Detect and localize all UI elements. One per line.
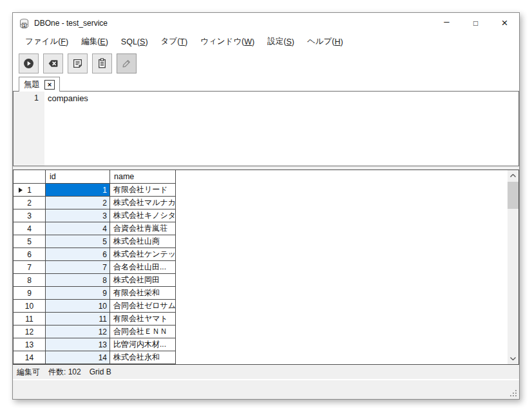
- table-row[interactable]: 4 4 合資会社青嵐荘: [14, 222, 176, 235]
- menu-bar: ファイル(F) 編集(E) SQL(S) タブ(T) ウィンドウ(W) 設定(S…: [13, 34, 519, 50]
- name-cell[interactable]: 有限会社栄和: [110, 287, 176, 299]
- close-button[interactable]: ×: [490, 13, 519, 33]
- row-number-cell[interactable]: 12: [14, 325, 46, 338]
- pencil-icon: [121, 58, 132, 69]
- menu-help[interactable]: ヘルプ(H): [301, 34, 350, 50]
- menu-tab[interactable]: タブ(T): [155, 34, 195, 50]
- scroll-down-button[interactable]: [508, 353, 518, 364]
- vertical-scrollbar[interactable]: [508, 170, 518, 364]
- bottom-strip: [13, 379, 519, 399]
- scrollbar-thumb[interactable]: [508, 182, 518, 209]
- row-number-cell[interactable]: 4: [14, 222, 46, 235]
- scroll-up-button[interactable]: [508, 170, 518, 181]
- id-cell[interactable]: 13: [46, 338, 110, 351]
- grid-mode-label: Grid B: [90, 367, 111, 376]
- row-header-corner[interactable]: [14, 170, 46, 183]
- row-number-cell[interactable]: 2: [14, 197, 46, 209]
- name-cell[interactable]: 合資会社青嵐荘: [110, 222, 176, 235]
- menu-file[interactable]: ファイル(F): [19, 34, 75, 50]
- name-cell[interactable]: 株式会社マルナカ: [110, 197, 176, 209]
- table-row[interactable]: 12 12 合同会社ＥＮＮ: [14, 325, 176, 338]
- line-number-gutter: 1: [14, 92, 44, 166]
- backspace-x-icon: [48, 58, 59, 69]
- row-number-cell[interactable]: 1: [14, 184, 46, 196]
- resize-grip-icon[interactable]: [509, 389, 517, 397]
- menu-settings[interactable]: 設定(S): [261, 34, 301, 50]
- id-cell[interactable]: 12: [46, 325, 110, 338]
- row-number-cell[interactable]: 9: [14, 287, 46, 299]
- chevron-up-icon: [510, 174, 516, 177]
- database-app-icon: 1: [19, 18, 30, 29]
- row-number-cell[interactable]: 8: [14, 274, 46, 286]
- menu-window[interactable]: ウィンドウ(W): [194, 34, 261, 50]
- row-number-cell[interactable]: 5: [14, 235, 46, 248]
- menu-sql[interactable]: SQL(S): [115, 34, 155, 50]
- table-row[interactable]: 6 6 株式会社ケンテック: [14, 248, 176, 261]
- table-row[interactable]: 14 14 株式会社永和: [14, 351, 176, 364]
- name-cell[interactable]: 有限会社リード: [110, 184, 176, 196]
- name-cell[interactable]: 比曽河内木材...: [110, 338, 176, 351]
- execute-button[interactable]: [19, 53, 39, 73]
- id-cell[interactable]: 1: [46, 184, 110, 196]
- id-cell[interactable]: 14: [46, 351, 110, 364]
- grid-table: id name 1 1 有限会社リード 2 2 株式会社マルナカ 3 3 株式会…: [14, 170, 176, 364]
- row-number-cell[interactable]: 7: [14, 261, 46, 273]
- name-cell[interactable]: 有限会社ヤマト: [110, 313, 176, 325]
- id-cell[interactable]: 7: [46, 261, 110, 273]
- row-number-cell[interactable]: 3: [14, 209, 46, 222]
- row-number-cell[interactable]: 11: [14, 313, 46, 325]
- table-row[interactable]: 9 9 有限会社栄和: [14, 287, 176, 300]
- id-cell[interactable]: 2: [46, 197, 110, 209]
- new-sql-button[interactable]: [68, 53, 88, 73]
- table-row[interactable]: 5 5 株式会社山商: [14, 235, 176, 248]
- name-cell[interactable]: 合名会社山田...: [110, 261, 176, 273]
- name-cell[interactable]: 株式会社永和: [110, 351, 176, 364]
- table-row[interactable]: 13 13 比曽河内木材...: [14, 338, 176, 351]
- status-bar: 編集可 件数: 102 Grid B: [13, 365, 519, 379]
- tab-untitled[interactable]: 無題 ×: [19, 77, 60, 92]
- edit-state-label: 編集可: [17, 367, 40, 378]
- row-number-cell[interactable]: 14: [14, 351, 46, 364]
- line-number: 1: [34, 93, 39, 102]
- chevron-down-icon: [510, 357, 516, 360]
- id-cell[interactable]: 3: [46, 209, 110, 222]
- minimize-button[interactable]: –: [432, 13, 461, 33]
- id-cell[interactable]: 11: [46, 313, 110, 325]
- column-header-id[interactable]: id: [46, 170, 110, 183]
- menu-edit[interactable]: 編集(E): [75, 34, 115, 50]
- document-lines-icon: [72, 58, 83, 69]
- maximize-button[interactable]: □: [461, 13, 490, 33]
- name-cell[interactable]: 株式会社岡田: [110, 274, 176, 286]
- name-cell[interactable]: 株式会社山商: [110, 235, 176, 248]
- row-number-cell[interactable]: 6: [14, 248, 46, 260]
- table-row[interactable]: 10 10 合同会社ゼロサム: [14, 300, 176, 313]
- id-cell[interactable]: 6: [46, 248, 110, 260]
- id-cell[interactable]: 8: [46, 274, 110, 286]
- table-row[interactable]: 1 1 有限会社リード: [14, 184, 176, 197]
- table-row[interactable]: 8 8 株式会社岡田: [14, 274, 176, 287]
- name-cell[interactable]: 株式会社ケンテック: [110, 248, 176, 260]
- sql-text[interactable]: companies: [44, 92, 518, 166]
- id-cell[interactable]: 5: [46, 235, 110, 248]
- edit-toggle-button[interactable]: [117, 53, 137, 73]
- column-header-name[interactable]: name: [110, 170, 176, 183]
- sql-editor[interactable]: 1 companies: [13, 91, 519, 166]
- id-cell[interactable]: 10: [46, 300, 110, 312]
- name-cell[interactable]: 合同会社ＥＮＮ: [110, 325, 176, 338]
- table-row[interactable]: 3 3 株式会社キノシタ: [14, 209, 176, 222]
- row-number-cell[interactable]: 10: [14, 300, 46, 312]
- tab-close-icon[interactable]: ×: [44, 80, 55, 90]
- table-row[interactable]: 11 11 有限会社ヤマト: [14, 313, 176, 325]
- table-row[interactable]: 7 7 合名会社山田...: [14, 261, 176, 274]
- name-cell[interactable]: 株式会社キノシタ: [110, 209, 176, 222]
- table-row[interactable]: 2 2 株式会社マルナカ: [14, 197, 176, 209]
- script-button[interactable]: [92, 53, 112, 73]
- row-number-cell[interactable]: 13: [14, 338, 46, 351]
- id-cell[interactable]: 4: [46, 222, 110, 235]
- name-cell[interactable]: 合同会社ゼロサム: [110, 300, 176, 312]
- id-cell[interactable]: 9: [46, 287, 110, 299]
- title-bar[interactable]: 1 DBOne - test_service – □ ×: [13, 13, 519, 34]
- play-circle-icon: [23, 58, 34, 69]
- stop-button[interactable]: [43, 53, 63, 73]
- tab-bar: 無題 ×: [13, 77, 519, 91]
